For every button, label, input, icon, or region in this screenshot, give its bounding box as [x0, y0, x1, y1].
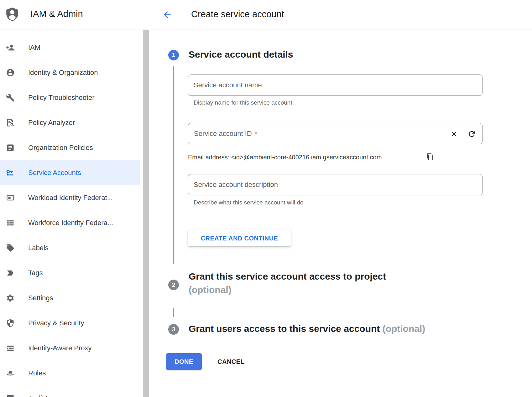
step3-circle: 3: [168, 324, 179, 335]
sidebar-header: IAM & Admin: [0, 0, 140, 29]
sidebar-item-label: Service Accounts: [28, 169, 137, 177]
arrow-back-icon: [162, 10, 172, 20]
create-service-account-page: IAM & Admin IAM Identity & Organization …: [0, 0, 532, 397]
sidebar-item-policy-analyzer[interactable]: Policy Analyzer: [0, 110, 140, 135]
sidebar-item-label: Tags: [28, 269, 137, 277]
done-button[interactable]: DONE: [166, 353, 202, 370]
step2-optional-label: (optional): [189, 285, 232, 295]
sidebar-item-label: Policy Troubleshooter: [28, 94, 137, 102]
service-account-email-preview: Email address: <id>@ambient-core-400216.…: [188, 154, 382, 161]
sidebar-item-label: Roles: [28, 369, 137, 377]
close-icon: [450, 130, 458, 138]
step3-optional-label: (optional): [383, 323, 425, 334]
service-account-description-input[interactable]: [188, 174, 482, 195]
sidebar-item-label: Organization Policies: [28, 144, 137, 152]
step1-circle: 1: [168, 50, 179, 60]
step2-connector-line: [173, 308, 174, 317]
hat-icon: [6, 369, 15, 378]
sidebar-item-label: Workforce Identity Federa...: [28, 219, 137, 227]
page-title: Create service account: [191, 9, 284, 19]
sidebar-item-label: Identity & Organization: [28, 69, 137, 77]
service-account-name-input[interactable]: [188, 75, 482, 95]
service-account-id-input[interactable]: [188, 123, 445, 144]
back-button[interactable]: [162, 9, 173, 20]
service-account-description-field: [188, 174, 482, 195]
sidebar-item-identity-aware-proxy[interactable]: Identity-Aware Proxy: [0, 336, 140, 361]
step1-connector-line: [173, 66, 174, 264]
audit-logs-icon: [6, 394, 15, 397]
step1-title: Service account details: [189, 49, 293, 60]
sidebar-item-policy-troubleshooter[interactable]: Policy Troubleshooter: [0, 85, 140, 110]
arrow-tag-icon: [6, 268, 15, 278]
sidebar-item-roles[interactable]: Roles: [0, 361, 140, 386]
document-lines-icon: [6, 143, 15, 152]
sidebar-item-service-accounts[interactable]: Service Accounts: [0, 160, 140, 185]
sidebar-item-workforce-identity-federation[interactable]: Workforce Identity Federa...: [0, 210, 140, 235]
proxy-grid-icon: [6, 343, 15, 353]
refresh-icon: [467, 130, 476, 138]
wrench-icon: [6, 93, 15, 102]
sidebar-item-labels[interactable]: Labels: [0, 235, 140, 260]
id-card-icon: [6, 193, 15, 203]
create-and-continue-button[interactable]: CREATE AND CONTINUE: [188, 230, 291, 246]
sidebar-item-privacy-security[interactable]: Privacy & Security: [0, 311, 140, 336]
sidebar-scrollbar-track: [140, 29, 150, 397]
key-icon: [6, 168, 15, 178]
sidebar-main-divider: [150, 0, 150, 397]
step2-title[interactable]: Grant this service account access to pro…: [189, 271, 386, 295]
step2-number: 2: [172, 281, 175, 288]
sidebar-scrollbar-thumb[interactable]: [143, 30, 149, 397]
service-account-id-field: Service account ID *: [188, 123, 482, 144]
cancel-button[interactable]: CANCEL: [216, 357, 246, 366]
step3-number: 3: [172, 326, 175, 333]
sidebar-item-label: Audit Logs: [28, 394, 137, 397]
service-account-name-helper: Display name for this service account: [194, 99, 292, 106]
iam-admin-shield-logo-icon: [6, 7, 19, 23]
sidebar-item-workload-identity-federation[interactable]: Workload Identity Federat...: [0, 185, 140, 210]
app-title: IAM & Admin: [30, 9, 83, 19]
sidebar-item-label: Settings: [28, 294, 137, 302]
tag-icon: [6, 243, 15, 253]
copy-email-button[interactable]: [425, 152, 435, 162]
sidebar: IAM & Admin IAM Identity & Organization …: [0, 0, 140, 397]
step3-title[interactable]: Grant users access to this service accou…: [189, 323, 425, 334]
regenerate-id-button[interactable]: [467, 129, 477, 139]
sidebar-item-tags[interactable]: Tags: [0, 260, 140, 286]
clear-id-button[interactable]: [449, 129, 459, 139]
gear-icon: [6, 293, 15, 303]
person-add-icon: [6, 43, 15, 52]
list-icon: [6, 218, 15, 228]
step1-number: 1: [172, 52, 175, 59]
sidebar-item-label: Identity-Aware Proxy: [28, 344, 137, 352]
sidebar-item-label: Labels: [28, 244, 137, 252]
sidebar-item-label: Policy Analyzer: [28, 119, 137, 127]
sidebar-item-label: Privacy & Security: [28, 319, 137, 327]
sidebar-item-label: Workload Identity Federat...: [28, 194, 137, 202]
step2-circle: 2: [168, 280, 179, 290]
service-account-description-helper: Describe what this service account will …: [194, 199, 304, 206]
sidebar-item-iam[interactable]: IAM: [0, 35, 140, 60]
person-circle-icon: [6, 68, 15, 77]
sidebar-item-audit-logs[interactable]: Audit Logs: [0, 386, 140, 397]
sidebar-item-label: IAM: [28, 44, 137, 52]
sidebar-item-organization-policies[interactable]: Organization Policies: [0, 135, 140, 160]
service-account-name-field: [188, 75, 482, 96]
header-divider: [0, 29, 532, 29]
shield-half-icon: [6, 318, 15, 328]
copy-icon: [426, 153, 434, 161]
step2-title-text: Grant this service account access to pro…: [189, 271, 386, 281]
step3-title-text: Grant users access to this service accou…: [189, 323, 380, 334]
sidebar-item-identity-organization[interactable]: Identity & Organization: [0, 60, 140, 85]
document-search-icon: [6, 118, 15, 127]
sidebar-item-settings[interactable]: Settings: [0, 286, 140, 311]
